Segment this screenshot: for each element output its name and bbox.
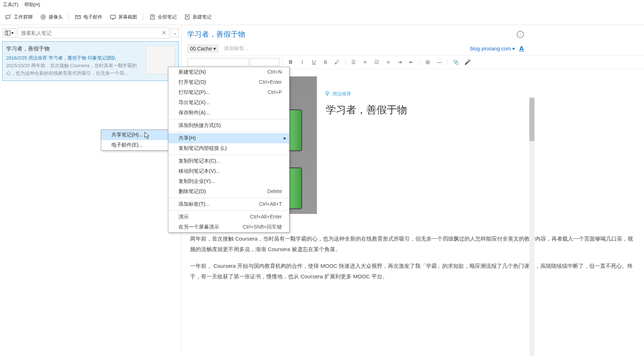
- ctx-item[interactable]: 演示Ctrl+Alt+Enter: [168, 212, 289, 222]
- font-style-button[interactable]: A: [519, 45, 524, 53]
- ctx-label: 共享笔记(H)...: [111, 132, 143, 138]
- ctx-label: 移动到笔记本(V)...: [179, 168, 220, 175]
- source-url-link[interactable]: blog.yinxiang.com ▾: [470, 46, 515, 52]
- record-button[interactable]: 🎤: [462, 58, 472, 66]
- ctx-item[interactable]: 移动到笔记本(V)...: [168, 166, 289, 176]
- ctx-item[interactable]: 添加标签(T)...Ctrl+Alt+T: [168, 199, 289, 209]
- menubar: 工具(T) 帮助(H): [0, 0, 644, 9]
- search-row: ▾ ✕ ⌵: [2, 27, 179, 38]
- ctx-item[interactable]: 导出笔记(X)...: [168, 98, 289, 108]
- svg-point-0: [41, 15, 45, 19]
- svg-rect-3: [110, 15, 115, 19]
- usage-tag: 用法推荐: [326, 91, 635, 97]
- tool-email[interactable]: 电子邮件: [72, 12, 105, 22]
- chevron-right-icon: ▸: [284, 135, 286, 141]
- context-menu: 新建笔记(N)Ctrl+N打开笔记(O)Ctrl+Enter打印笔记(P)...…: [168, 67, 290, 233]
- separator: [169, 119, 288, 119]
- indent-button[interactable]: ⇥: [395, 58, 405, 66]
- list-icon: [5, 30, 11, 36]
- ctx-label: 保存附件(A)...: [179, 110, 210, 116]
- info-icon[interactable]: i: [517, 31, 524, 38]
- tool-workchat[interactable]: 工作群聊: [2, 12, 36, 22]
- ctx-item[interactable]: 复制到企业(Y)...: [168, 176, 289, 187]
- ctx-item[interactable]: 保存附件(A)...: [168, 108, 289, 118]
- chevron-down-icon: ⌵: [173, 30, 176, 36]
- article-paragraph: 两年前，首次接触 Coursera，当时虽有一颗学霸的心，也为这种全新的在线教育…: [190, 234, 635, 254]
- separator: [345, 59, 345, 65]
- note-list-item[interactable]: 学习者，善假于物 2016/2/25 用法推荐 学习者，善假于物 印象笔记团队 …: [2, 41, 179, 81]
- ctx-shortcut: Ctrl+N: [267, 69, 282, 75]
- ctx-shortcut: Ctrl+Enter: [259, 79, 282, 86]
- search-options-button[interactable]: ⌵: [171, 28, 179, 37]
- table-button[interactable]: ⊞: [423, 58, 433, 66]
- outdent-button[interactable]: ⇤: [406, 58, 417, 66]
- tool-label: 电子邮件: [83, 14, 102, 20]
- add-tag-field[interactable]: 添加标签...: [224, 45, 249, 52]
- ctx-item[interactable]: 共享(H)▸: [168, 133, 289, 143]
- ctx-shortcut: Ctrl+Shift+回车键: [243, 224, 282, 230]
- note-title-field[interactable]: 学习者，善假于物: [187, 29, 245, 39]
- notes-icon: [149, 14, 156, 20]
- ctx-item[interactable]: 打开笔记(O)Ctrl+Enter: [168, 77, 289, 87]
- ctx-email[interactable]: 电子邮件(E)...: [101, 140, 168, 150]
- tool-camera[interactable]: 摄像头: [37, 12, 66, 22]
- separator: [419, 59, 420, 65]
- note-item-title: 学习者，善假于物: [6, 45, 142, 52]
- bold-button[interactable]: B: [286, 58, 296, 66]
- attachment-button[interactable]: 📎: [451, 58, 461, 66]
- strikethrough-button[interactable]: S: [320, 58, 331, 66]
- clear-icon[interactable]: ✕: [161, 29, 166, 36]
- font-size-select[interactable]: [250, 58, 279, 66]
- checkbox-button[interactable]: ☑: [372, 58, 382, 66]
- ctx-item[interactable]: 复制笔记内部链接 (L): [168, 143, 289, 154]
- ctx-item[interactable]: 添加到快捷方式(S): [168, 120, 289, 131]
- ctx-label: 添加到快捷方式(S): [179, 122, 221, 129]
- notebook-selector[interactable]: 00.Cache ▾: [187, 44, 219, 53]
- tool-screenshot[interactable]: 屏幕截图: [107, 12, 140, 22]
- ctx-label: 在另一个屏幕演示: [179, 224, 219, 230]
- email-icon: [75, 14, 81, 20]
- underline-button[interactable]: U: [309, 58, 319, 66]
- ctx-label: 共享(H): [179, 135, 196, 142]
- article-paragraph: 一年前， Coursera 开始与国内教育机构的合作，使得 MOOC 快速进入大…: [190, 261, 635, 282]
- ctx-label: 复制到企业(Y)...: [179, 178, 215, 185]
- hr-button[interactable]: —: [434, 58, 444, 66]
- ctx-shortcut: Ctrl+Alt+Enter: [250, 214, 282, 220]
- svg-point-1: [42, 16, 44, 18]
- menu-help[interactable]: 帮助(H): [24, 1, 40, 8]
- tool-all-notes[interactable]: 全部笔记: [146, 12, 180, 22]
- italic-button[interactable]: I: [297, 58, 307, 66]
- search-input-wrap[interactable]: ✕: [18, 27, 169, 38]
- scrollbar[interactable]: [529, 98, 534, 356]
- ctx-item[interactable]: 复制到笔记本(C)...: [168, 156, 289, 166]
- main-area: ▾ ✕ ⌵ 学习者，善假于物 2016/2/25 用法推荐 学习者，善假于物 印…: [0, 25, 644, 352]
- bullet-list-button[interactable]: ☰: [348, 58, 358, 66]
- align-button[interactable]: ≡: [383, 58, 393, 66]
- text-color-button[interactable]: 🖊: [332, 58, 342, 66]
- font-family-select[interactable]: [187, 58, 249, 66]
- ctx-item[interactable]: 在另一个屏幕演示Ctrl+Shift+回车键: [168, 222, 289, 232]
- screenshot-icon: [110, 14, 116, 20]
- scroll-thumb[interactable]: [529, 98, 534, 141]
- ctx-shortcut: Ctrl+P: [268, 89, 282, 96]
- ctx-label: 电子邮件(E)...: [111, 142, 143, 148]
- search-input[interactable]: [21, 30, 161, 36]
- ctx-item[interactable]: 删除笔记(D)Delete: [168, 187, 289, 197]
- new-note-icon: [184, 14, 190, 20]
- note-header: 学习者，善假于物 i: [181, 25, 644, 42]
- separator: [169, 210, 288, 211]
- ctx-shortcut: Ctrl+Alt+T: [259, 201, 282, 208]
- separator: [169, 132, 288, 132]
- ctx-item[interactable]: 新建笔记(N)Ctrl+N: [168, 67, 289, 77]
- ctx-share-note[interactable]: 共享笔记(H)...: [101, 130, 168, 140]
- chat-icon: [5, 14, 12, 20]
- tool-label: 工作群聊: [14, 14, 33, 20]
- ctx-label: 打印笔记(P)...: [179, 89, 210, 96]
- tool-label: 屏幕截图: [118, 14, 137, 20]
- number-list-button[interactable]: ≡: [360, 58, 370, 66]
- tool-new-note[interactable]: 新建笔记: [181, 12, 214, 22]
- view-mode-button[interactable]: ▾: [2, 28, 16, 37]
- ctx-item[interactable]: 打印笔记(P)...Ctrl+P: [168, 87, 289, 98]
- menu-tools[interactable]: 工具(T): [3, 1, 19, 8]
- note-item-date: 2016/2/25: [6, 55, 27, 61]
